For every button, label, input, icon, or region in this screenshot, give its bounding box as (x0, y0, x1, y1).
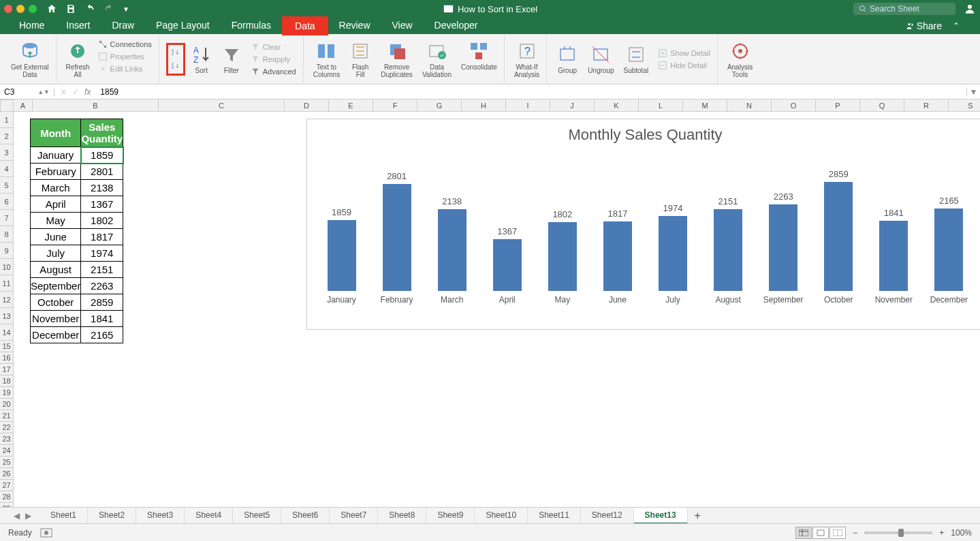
page-break-view-button[interactable] (829, 527, 846, 539)
hide-detail-button[interactable]: Hide Detail (655, 60, 713, 71)
sort-descending-button[interactable]: ZA (169, 59, 183, 73)
confirm-formula-icon[interactable]: ✓ (72, 87, 79, 97)
row-header[interactable]: 5 (0, 177, 14, 194)
page-layout-view-button[interactable] (812, 527, 829, 539)
ungroup-button[interactable]: Ungroup (585, 42, 616, 76)
cell[interactable]: September (31, 278, 81, 294)
cell[interactable]: July (31, 245, 81, 262)
cell[interactable]: 1859 (81, 147, 123, 164)
row-header[interactable]: 18 (0, 375, 14, 387)
row-header[interactable]: 22 (0, 422, 14, 433)
cell[interactable]: 2801 (81, 164, 123, 180)
row-header[interactable]: 14 (0, 324, 14, 341)
row-header[interactable]: 9 (0, 243, 14, 259)
chart[interactable]: Monthly Sales Quantity 1859January2801Fe… (306, 119, 980, 330)
row-header[interactable]: 23 (0, 433, 14, 445)
undo-icon[interactable] (84, 3, 95, 14)
column-header[interactable]: H (462, 99, 506, 112)
cell[interactable]: October (31, 294, 81, 311)
sheet-tab[interactable]: Sheet2 (88, 508, 136, 524)
consolidate-button[interactable]: Consolidate (458, 39, 500, 80)
column-header[interactable]: P (816, 99, 860, 112)
clear-filter-button[interactable]: Clear (248, 42, 299, 52)
row-header[interactable]: 19 (0, 387, 14, 399)
remove-duplicates-button[interactable]: Remove Duplicates (378, 39, 415, 80)
sheet-tab[interactable]: Sheet3 (136, 508, 185, 524)
column-header[interactable]: A (14, 99, 33, 112)
cell[interactable]: January (31, 147, 81, 164)
minimize-window-icon[interactable] (16, 5, 25, 13)
row-header[interactable]: 16 (0, 352, 14, 364)
column-header[interactable]: O (772, 99, 816, 112)
data-validation-button[interactable]: Data Validation (420, 39, 454, 80)
row-header[interactable]: 27 (0, 480, 14, 491)
row-header[interactable]: 1 (0, 112, 14, 128)
row-header[interactable]: 13 (0, 308, 14, 324)
what-if-analysis-button[interactable]: ?What-If Analysis (511, 39, 542, 80)
column-header[interactable]: Q (860, 99, 904, 112)
cell[interactable]: 2859 (81, 294, 123, 311)
cell[interactable]: June (31, 229, 81, 245)
chart-bar[interactable]: 2138March (425, 196, 479, 305)
normal-view-button[interactable] (795, 527, 812, 539)
cell[interactable]: 1817 (81, 229, 123, 245)
prev-sheet-icon[interactable]: ◀ (14, 511, 20, 521)
connections-button[interactable]: Connections (95, 39, 155, 50)
tab-data[interactable]: Data (282, 16, 328, 35)
row-header[interactable]: 10 (0, 259, 14, 275)
row-header[interactable]: 28 (0, 491, 14, 503)
close-window-icon[interactable] (4, 5, 12, 13)
tab-page-layout[interactable]: Page Layout (145, 18, 221, 34)
refresh-all-button[interactable]: Refresh All (63, 39, 93, 80)
chart-bar[interactable]: 2801February (370, 171, 424, 305)
row-header[interactable]: 25 (0, 457, 14, 468)
cell[interactable]: 1974 (81, 245, 123, 262)
sheet-tab[interactable]: Sheet8 (378, 508, 426, 524)
chart-bar[interactable]: 1817June (590, 208, 645, 305)
zoom-in-button[interactable]: + (939, 528, 944, 538)
row-header[interactable]: 17 (0, 364, 14, 375)
fx-icon[interactable]: fx (84, 87, 91, 97)
sheet-tab[interactable]: Sheet9 (426, 508, 475, 524)
row-header[interactable]: 12 (0, 292, 14, 308)
sheet-tab[interactable]: Sheet7 (330, 508, 378, 524)
advanced-filter-button[interactable]: Advanced (248, 66, 299, 77)
cell[interactable]: March (31, 180, 81, 196)
search-input[interactable]: Search Sheet (853, 3, 955, 15)
row-header[interactable]: 26 (0, 468, 14, 480)
tab-home[interactable]: Home (8, 18, 55, 34)
sort-button[interactable]: AZ Sort (188, 42, 215, 76)
chart-bar[interactable]: 1367April (480, 226, 535, 305)
chart-bar[interactable]: 1859January (315, 207, 369, 305)
row-header[interactable]: 20 (0, 399, 14, 410)
table-header[interactable]: Month (31, 119, 81, 147)
column-header[interactable]: J (550, 99, 595, 112)
row-header[interactable]: 6 (0, 194, 14, 210)
user-icon[interactable] (964, 3, 976, 15)
edit-links-button[interactable]: Edit Links (95, 63, 155, 74)
row-header[interactable]: 21 (0, 410, 14, 422)
cell[interactable]: May (31, 213, 81, 229)
column-header[interactable]: L (639, 99, 683, 112)
share-button[interactable]: Share ⌃ (904, 20, 960, 31)
row-header[interactable]: 3 (0, 144, 14, 161)
text-to-columns-button[interactable]: Text to Columns (311, 39, 343, 80)
cell[interactable]: 2165 (81, 327, 123, 343)
zoom-slider[interactable] (864, 531, 932, 534)
tab-review[interactable]: Review (328, 18, 381, 34)
table-header[interactable]: Sales Quantity (81, 119, 123, 147)
row-header[interactable]: 15 (0, 341, 14, 352)
row-header[interactable]: 8 (0, 226, 14, 243)
row-header[interactable]: 11 (0, 275, 14, 292)
reapply-button[interactable]: Reapply (248, 54, 299, 65)
cell[interactable]: 2151 (81, 262, 123, 278)
cell[interactable]: 1841 (81, 311, 123, 327)
home-icon[interactable] (46, 3, 57, 14)
show-detail-button[interactable]: Show Detail (655, 48, 713, 59)
sheet-tab[interactable]: Sheet4 (185, 508, 233, 524)
sheet-tab[interactable]: Sheet12 (581, 508, 634, 524)
chart-bar[interactable]: 1802May (535, 209, 590, 305)
cell[interactable]: 1802 (81, 213, 123, 229)
tab-draw[interactable]: Draw (101, 18, 145, 34)
zoom-level[interactable]: 100% (951, 528, 972, 538)
